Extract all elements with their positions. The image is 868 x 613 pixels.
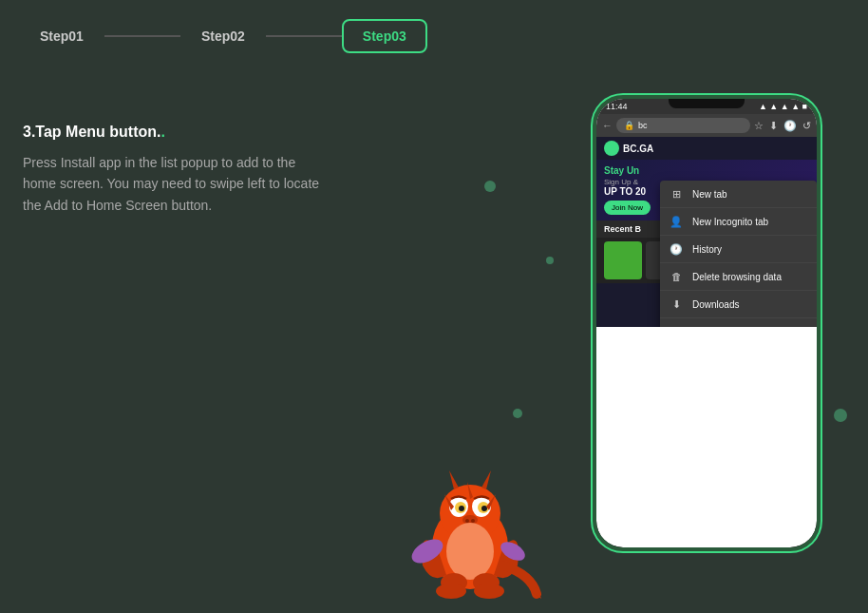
svg-point-6 [459,506,464,511]
bookmarks-icon: ★ [670,325,683,327]
step-3[interactable]: Step03 [342,19,427,53]
delete-icon: 🗑 [670,270,683,283]
recent-item-1 [604,241,642,279]
svg-point-17 [446,523,494,580]
section-heading: 3.Tap Menu button.. [23,124,327,141]
page-content: BC.GA Stay Un Sign Up & UP TO 20 Join No… [596,137,817,327]
phone-body: 11:44 ▲ ▲ ▲ ▲ ■ ← 🔒 bc ☆ ⬇ 🕐 ↺ [593,95,821,551]
menu-item-new-tab[interactable]: ⊞ New tab [660,181,817,208]
steps-bar: Step01 Step02 Step03 [19,19,427,53]
back-icon[interactable]: ← [602,120,613,131]
incognito-icon: 👤 [670,215,683,228]
history-icon[interactable]: 🕐 [783,120,797,132]
svg-point-24 [474,584,504,599]
url-bar[interactable]: 🔒 bc [616,118,750,133]
star-icon[interactable]: ☆ [754,120,764,132]
menu-item-history[interactable]: 🕐 History [660,236,817,263]
download-icon[interactable]: ⬇ [769,120,778,132]
menu-item-downloads[interactable]: ⬇ Downloads [660,291,817,318]
step-line-1 [104,35,180,37]
page-header: BC.GA [596,137,817,160]
menu-item-incognito[interactable]: 👤 New Incognito tab [660,208,817,236]
history-menu-icon: 🕐 [670,242,683,256]
dragon-mascot [399,442,541,594]
decorative-dot-1 [484,181,496,192]
phone-mockup: 11:44 ▲ ▲ ▲ ▲ ■ ← 🔒 bc ☆ ⬇ 🕐 ↺ [593,95,840,570]
decorative-dot-2 [546,257,554,264]
step-2[interactable]: Step02 [180,19,266,53]
svg-marker-13 [449,470,459,489]
menu-item-bookmarks[interactable]: ★ Bookmarks [660,318,817,327]
phone-screen: 11:44 ▲ ▲ ▲ ▲ ■ ← 🔒 bc ☆ ⬇ 🕐 ↺ [596,99,817,547]
bc-logo [604,141,619,156]
phone-notch [669,99,745,108]
browser-toolbar: ← 🔒 bc ☆ ⬇ 🕐 ↺ [596,114,817,137]
decorative-dot-4 [513,409,522,418]
section-body: Press Install app in the list popup to a… [23,152,327,216]
step-1[interactable]: Step01 [19,19,104,53]
svg-point-10 [471,519,475,523]
svg-point-9 [465,519,469,523]
downloads-icon: ⬇ [670,297,683,311]
menu-item-delete[interactable]: 🗑 Delete browsing data [660,263,817,291]
svg-marker-14 [481,470,491,489]
browser-dropdown-menu: ⊞ New tab 👤 New Incognito tab 🕐 History … [660,181,817,327]
refresh-icon[interactable]: ↺ [802,120,811,132]
step-line-2 [266,35,342,37]
new-tab-icon: ⊞ [670,187,683,201]
join-button[interactable]: Join Now [604,201,651,215]
browser-action-icons: ☆ ⬇ 🕐 ↺ [754,120,811,132]
left-content: 3.Tap Menu button.. Press Install app in… [23,124,327,216]
svg-point-23 [436,584,466,599]
